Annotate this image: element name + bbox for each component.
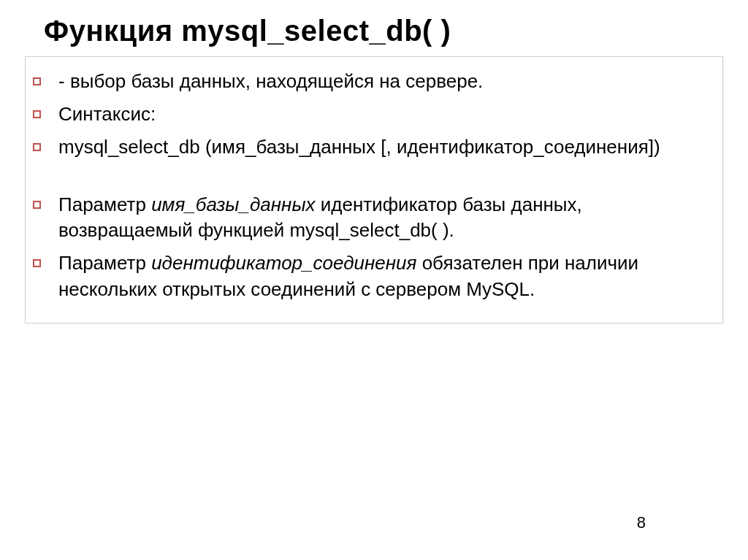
list-item-text: Параметр имя_базы_данных идентификатор б… bbox=[58, 192, 709, 243]
list-item: Параметр имя_базы_данных идентификатор б… bbox=[33, 192, 709, 243]
slide-title: Функция mysql_select_db( ) bbox=[0, 0, 748, 47]
list-item: - выбор базы данных, находящейся на серв… bbox=[33, 69, 709, 94]
text-run: Параметр bbox=[58, 252, 151, 274]
italic-term: имя_базы_данных bbox=[151, 193, 315, 215]
list-item-text: - выбор базы данных, находящейся на серв… bbox=[58, 69, 709, 94]
list-item: Синтаксис: bbox=[33, 101, 709, 127]
square-bullet-icon bbox=[33, 143, 41, 151]
bullet-list: - выбор базы данных, находящейся на серв… bbox=[33, 69, 709, 302]
page-number: 8 bbox=[637, 513, 646, 532]
slide: Функция mysql_select_db( ) - выбор базы … bbox=[0, 0, 748, 560]
list-item: mysql_select_db (имя_базы_данных [, иден… bbox=[33, 134, 709, 160]
square-bullet-icon bbox=[33, 201, 41, 209]
list-item-text: Синтаксис: bbox=[58, 101, 709, 127]
square-bullet-icon bbox=[33, 110, 41, 118]
list-item-text: mysql_select_db (имя_базы_данных [, иден… bbox=[58, 134, 709, 160]
square-bullet-icon bbox=[33, 259, 41, 267]
list-item: Параметр идентификатор_соединения обязат… bbox=[33, 250, 709, 302]
list-item-text: Параметр идентификатор_соединения обязат… bbox=[58, 250, 709, 302]
square-bullet-icon bbox=[33, 77, 41, 85]
text-run: Параметр bbox=[58, 193, 151, 215]
italic-term: идентификатор_соединения bbox=[151, 252, 416, 274]
content-box: - выбор базы данных, находящейся на серв… bbox=[25, 56, 723, 323]
